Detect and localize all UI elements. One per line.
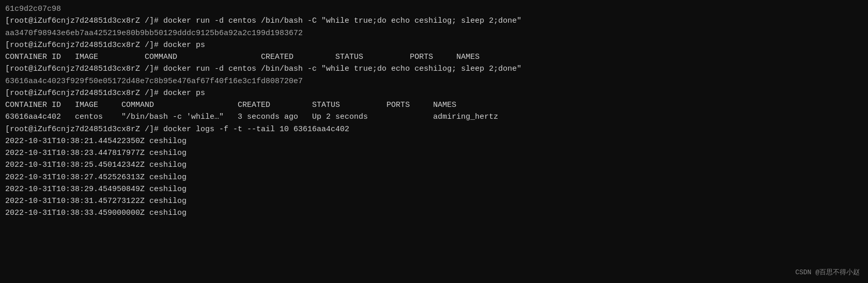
line-1: [root@iZuf6cnjz7d24851d3cx8rZ /]# docker… [5,15,863,27]
line-6: 63616aa4c4023f929f50e05172d48e7c8b95e476… [5,75,863,87]
line-11: 2022-10-31T10:38:21.445422350Z ceshilog [5,135,863,147]
line-14: 2022-10-31T10:38:27.452526313Z ceshilog [5,171,863,183]
line-17: 2022-10-31T10:38:33.459000000Z ceshilog [5,207,863,219]
line-7: [root@iZuf6cnjz7d24851d3cx8rZ /]# docker… [5,87,863,99]
line-2: aa3470f98943e6eb7aa425219e80b9bb50129ddd… [5,27,863,39]
line-3: [root@iZuf6cnjz7d24851d3cx8rZ /]# docker… [5,39,863,51]
line-9: 63616aa4c402 centos "/bin/bash -c 'while… [5,111,863,123]
line-8: CONTAINER ID IMAGE COMMAND CREATED STATU… [5,99,863,111]
line-16: 2022-10-31T10:38:31.457273122Z ceshilog [5,195,863,207]
line-12: 2022-10-31T10:38:23.447817977Z ceshilog [5,147,863,159]
line-10: [root@iZuf6cnjz7d24851d3cx8rZ /]# docker… [5,123,863,135]
line-5: [root@iZuf6cnjz7d24851d3cx8rZ /]# docker… [5,63,863,75]
line-13: 2022-10-31T10:38:25.450142342Z ceshilog [5,159,863,171]
terminal: 61c9d2c07c98 [root@iZuf6cnjz7d24851d3cx8… [5,3,863,219]
line-4: CONTAINER ID IMAGE COMMAND CREATED STATU… [5,51,863,63]
line-15: 2022-10-31T10:38:29.454950849Z ceshilog [5,183,863,195]
watermark: CSDN @百思不得小赵 [795,268,860,278]
line-0: 61c9d2c07c98 [5,3,863,15]
